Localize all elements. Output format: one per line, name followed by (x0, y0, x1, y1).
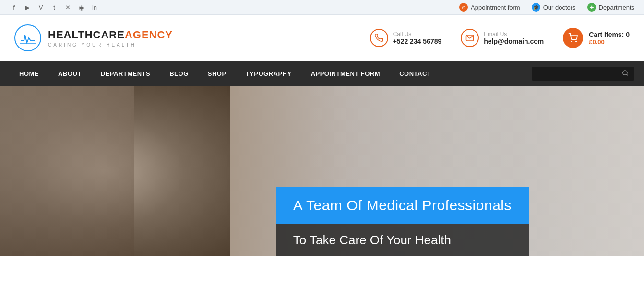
appointment-form-link[interactable]: ⊙ Appointment form (459, 3, 520, 12)
email-icon (461, 29, 479, 47)
departments-label: Departments (599, 4, 634, 11)
svg-point-2 (576, 41, 577, 42)
nav-typography[interactable]: TYPOGRAPHY (236, 61, 301, 86)
site-header: HEALTHCAREAGENCY CARING YOUR HEALTH Call… (0, 15, 644, 61)
nav-items: HOME ABOUT DEPARTMENTS BLOG SHOP TYPOGRA… (10, 61, 532, 86)
call-contact: Call Us +522 234 56789 (370, 29, 442, 47)
cart-text: Cart Items: 0 £0.00 (589, 31, 630, 46)
cart[interactable]: Cart Items: 0 £0.00 (563, 28, 630, 48)
twitter-icon[interactable]: t (50, 3, 59, 12)
nav-home[interactable]: HOME (10, 61, 48, 86)
departments-icon: ✚ (587, 3, 596, 12)
top-nav: ⊙ Appointment form 🎓 Our doctors ✚ Depar… (459, 3, 634, 12)
email-label: Email Us (484, 31, 544, 37)
logo-name-black: HEALTHCARE (48, 29, 125, 41)
search-input[interactable] (537, 70, 618, 77)
nav-blog[interactable]: BLOG (160, 61, 198, 86)
vimeo-icon[interactable]: V (36, 3, 45, 12)
our-doctors-link[interactable]: 🎓 Our doctors (532, 3, 576, 12)
email-contact: Email Us help@domain.com (461, 29, 544, 47)
cart-icon (563, 28, 583, 48)
svg-point-3 (623, 71, 627, 75)
hero-face-detail (0, 86, 134, 256)
main-nav: HOME ABOUT DEPARTMENTS BLOG SHOP TYPOGRA… (0, 61, 644, 86)
linkedin-icon[interactable]: in (90, 3, 99, 12)
call-info: Call Us +522 234 56789 (393, 31, 442, 45)
email-info: Email Us help@domain.com (484, 31, 544, 45)
call-value: +522 234 56789 (393, 37, 442, 45)
hero-subtitle: To Take Care Of Your Health (276, 224, 529, 256)
svg-point-1 (572, 41, 572, 42)
nav-shop[interactable]: SHOP (198, 61, 236, 86)
hero-text-overlay: A Team Of Medical Professionals To Take … (276, 187, 529, 256)
nav-search[interactable] (532, 67, 634, 81)
logo-tagline: CARING YOUR HEALTH (48, 42, 173, 48)
logo[interactable]: HEALTHCAREAGENCY CARING YOUR HEALTH (14, 24, 173, 51)
doctors-icon: 🎓 (532, 3, 540, 12)
search-button[interactable] (622, 70, 629, 78)
xing-icon[interactable]: ✕ (63, 3, 72, 12)
nav-contact[interactable]: CONTACT (390, 61, 441, 86)
our-doctors-label: Our doctors (543, 4, 576, 11)
logo-icon (14, 24, 41, 51)
top-bar: f ▶ V t ✕ ◉ in ⊙ Appointment form 🎓 Our … (0, 0, 644, 15)
email-value: help@domain.com (484, 37, 544, 45)
nav-departments[interactable]: DEPARTMENTS (91, 61, 160, 86)
phone-icon (370, 29, 388, 47)
svg-line-4 (627, 74, 628, 76)
youtube-icon[interactable]: ▶ (23, 3, 32, 12)
nav-about[interactable]: ABOUT (48, 61, 91, 86)
cart-label: Cart Items: 0 (589, 31, 630, 38)
instagram-icon[interactable]: ◉ (77, 3, 85, 12)
facebook-icon[interactable]: f (10, 3, 18, 12)
logo-name-orange: AGENCY (125, 29, 173, 41)
appointment-form-label: Appointment form (471, 4, 520, 11)
cart-price: £0.00 (589, 38, 630, 46)
departments-link[interactable]: ✚ Departments (587, 3, 634, 12)
hero-title: A Team Of Medical Professionals (276, 187, 529, 224)
appointment-icon: ⊙ (459, 3, 468, 12)
social-icons-group: f ▶ V t ✕ ◉ in (10, 3, 99, 12)
call-label: Call Us (393, 31, 442, 37)
hero-section: A Team Of Medical Professionals To Take … (0, 86, 644, 256)
header-contacts: Call Us +522 234 56789 Email Us help@dom… (370, 28, 630, 48)
logo-text: HEALTHCAREAGENCY CARING YOUR HEALTH (48, 29, 173, 48)
nav-appointment-form[interactable]: APPOINTMENT FORM (301, 61, 390, 86)
